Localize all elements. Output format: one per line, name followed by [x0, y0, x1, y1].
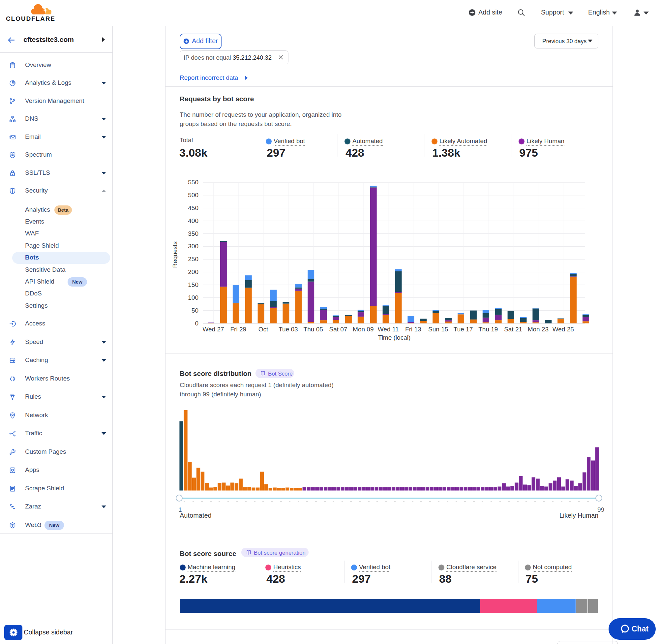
svg-text:50: 50	[191, 307, 198, 314]
svg-text:Requests: Requests	[171, 242, 178, 268]
svg-text:350: 350	[188, 230, 198, 237]
svg-text:Sat 07: Sat 07	[329, 326, 348, 333]
svg-text:550: 550	[188, 179, 198, 186]
svg-text:Tue 17: Tue 17	[454, 326, 473, 333]
svg-text:450: 450	[188, 204, 198, 211]
svg-text:Wed 27: Wed 27	[203, 326, 224, 333]
svg-text:0: 0	[195, 320, 198, 327]
svg-text:Mon 09: Mon 09	[353, 326, 374, 333]
svg-text:Time (local): Time (local)	[378, 334, 411, 341]
svg-text:Oct: Oct	[258, 326, 268, 333]
svg-text:Mon 23: Mon 23	[528, 326, 548, 333]
svg-text:500: 500	[188, 191, 198, 199]
svg-text:Sat 21: Sat 21	[504, 326, 522, 333]
svg-text:Fri 13: Fri 13	[405, 326, 421, 333]
svg-text:Wed 25: Wed 25	[552, 326, 574, 333]
svg-text:300: 300	[188, 243, 198, 250]
svg-text:Thu 19: Thu 19	[478, 326, 498, 333]
svg-text:250: 250	[188, 256, 198, 262]
svg-text:400: 400	[188, 217, 198, 224]
svg-text:150: 150	[188, 281, 198, 288]
svg-text:100: 100	[188, 294, 198, 301]
svg-text:Wed 11: Wed 11	[378, 326, 399, 333]
svg-text:Sun 15: Sun 15	[428, 326, 448, 333]
svg-text:Fri 29: Fri 29	[231, 326, 246, 333]
svg-text:Thu 05: Thu 05	[304, 326, 323, 333]
svg-text:Tue 03: Tue 03	[279, 326, 298, 333]
svg-text:200: 200	[188, 269, 198, 275]
